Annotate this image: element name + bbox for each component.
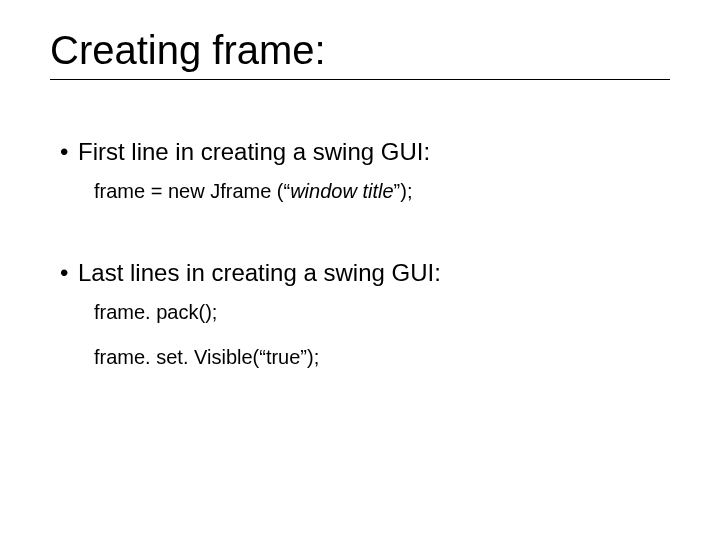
code-suffix: ”); <box>394 180 413 202</box>
bullet-icon: • <box>60 259 78 287</box>
code-line: frame. set. Visible(“true”); <box>94 346 670 369</box>
code-prefix: frame = new Jframe (“ <box>94 180 290 202</box>
slide-content: •First line in creating a swing GUI: fra… <box>50 138 670 369</box>
slide-title: Creating frame: <box>50 28 670 73</box>
code-line: frame. pack(); <box>94 301 670 324</box>
code-italic: window title <box>290 180 393 202</box>
bullet-icon: • <box>60 138 78 166</box>
bullet-text: Last lines in creating a swing GUI: <box>78 259 441 286</box>
bullet-item-first-line: •First line in creating a swing GUI: <box>60 138 670 166</box>
code-text: frame. pack(); <box>94 301 217 323</box>
slide: Creating frame: •First line in creating … <box>0 0 720 540</box>
code-text: frame. set. Visible(“true”); <box>94 346 319 368</box>
title-underline <box>50 79 670 80</box>
bullet-item-last-lines: •Last lines in creating a swing GUI: <box>60 259 670 287</box>
code-line: frame = new Jframe (“window title”); <box>94 180 670 203</box>
bullet-text: First line in creating a swing GUI: <box>78 138 430 165</box>
